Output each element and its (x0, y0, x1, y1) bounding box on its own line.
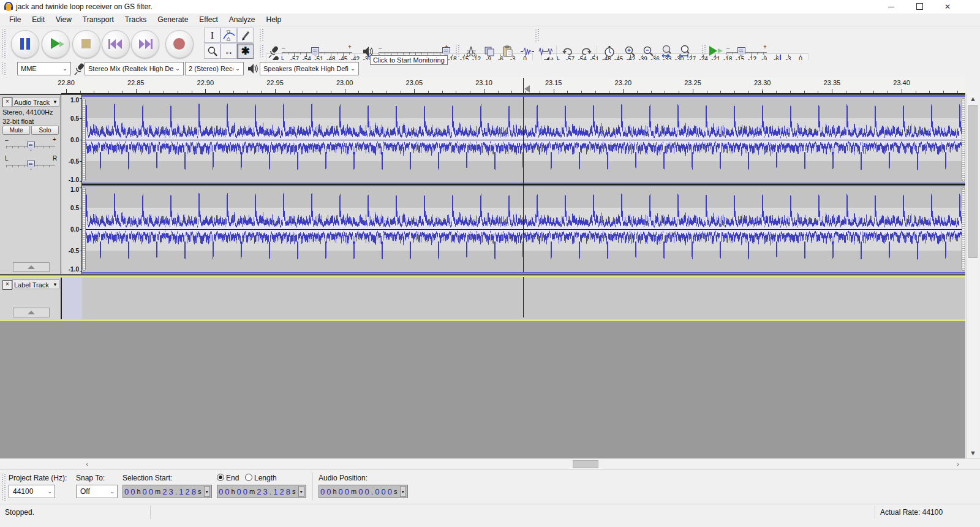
fit-project-button[interactable] (677, 44, 693, 59)
recording-device-select[interactable]: Stereo Mix (Realtek High Defi⌄ (85, 62, 184, 75)
menu-item-file[interactable]: File (4, 14, 26, 25)
menu-item-edit[interactable]: Edit (26, 14, 50, 25)
undo-button[interactable] (560, 44, 576, 59)
playback-meter-grabber[interactable] (535, 29, 540, 42)
play-button[interactable] (42, 30, 70, 58)
recording-channels-select[interactable]: 2 (Stereo) Recor⌄ (185, 62, 244, 75)
silence-audio-button[interactable] (538, 44, 554, 59)
audio-host-select[interactable]: MME⌄ (17, 62, 71, 75)
end-radio[interactable] (217, 474, 224, 481)
scroll-up-arrow-icon[interactable]: ▲︎ (967, 95, 979, 102)
vertical-scroll-thumb[interactable] (968, 105, 978, 258)
pause-button[interactable] (11, 30, 39, 58)
trim-audio-button[interactable] (519, 44, 535, 59)
time-shift-tool-button[interactable]: ↔ (221, 44, 237, 59)
transcription-toolbar-grabber[interactable] (702, 45, 706, 58)
menu-item-help[interactable]: Help (261, 14, 287, 25)
amplitude-label: 1.0 (70, 97, 79, 104)
skip-to-start-button[interactable] (102, 30, 130, 58)
gain-slider-thumb[interactable] (27, 142, 35, 151)
zoom-out-button[interactable] (641, 44, 657, 59)
zoom-tool-button[interactable] (204, 44, 221, 59)
quick-play-marker-icon[interactable] (524, 85, 530, 93)
selection-tool-button[interactable]: I (204, 28, 221, 43)
pan-slider-thumb[interactable] (27, 161, 35, 170)
playback-device-select[interactable]: Speakers (Realtek High Defin⌄ (260, 62, 359, 75)
clip-left-handle[interactable] (82, 188, 86, 271)
clip-left-handle[interactable] (82, 98, 86, 181)
selection-end-field[interactable]: 00h 00m 23.128s ▼ (217, 485, 306, 498)
redo-button[interactable] (578, 44, 594, 59)
speed-slider-plus: + (763, 44, 767, 50)
end-radio-label[interactable]: End (226, 474, 239, 482)
label-track-title-menu[interactable]: Label Track▼ (12, 279, 59, 289)
mixer-toolbar-grabber[interactable] (260, 45, 264, 58)
device-toolbar-grabber[interactable] (2, 63, 6, 75)
minimize-button[interactable] (877, 0, 905, 13)
draw-tool-button[interactable] (237, 28, 254, 43)
menu-item-tracks[interactable]: Tracks (119, 14, 153, 25)
audio-track-vertical-ruler[interactable]: 1.00.50.0-0.5-1.01.00.50.0-0.5-1.0 (61, 95, 82, 274)
mute-button[interactable]: Mute (2, 126, 30, 135)
device-speaker-icon (247, 63, 258, 74)
project-rate-select[interactable]: 44100 ⌄ (9, 485, 55, 498)
label-track-close-button[interactable]: × (2, 280, 12, 290)
audio-track-bitdepth: 32-bit float (2, 118, 34, 125)
horizontal-scrollbar[interactable]: ‹ › (0, 458, 980, 469)
timefield-dropdown-icon[interactable]: ▼ (298, 486, 305, 497)
close-button[interactable]: ✕ (933, 0, 962, 13)
multi-tool-button[interactable]: ✱ (237, 44, 254, 59)
fit-selection-button[interactable] (659, 44, 675, 59)
stop-button[interactable] (72, 30, 100, 58)
timefield-dropdown-icon[interactable]: ▼ (204, 486, 211, 497)
horizontal-scroll-thumb[interactable] (573, 460, 598, 468)
transport-toolbar-grabber[interactable] (2, 29, 6, 58)
clip-right-handle[interactable] (962, 98, 965, 181)
zoom-in-button[interactable] (622, 44, 638, 59)
vertical-scrollbar[interactable]: ▲︎ ▼︎ (967, 94, 979, 458)
clip-right-handle[interactable] (962, 188, 965, 271)
copy-button[interactable] (481, 44, 497, 59)
timefield-dropdown-icon[interactable]: ▼ (400, 486, 407, 497)
selection-toolbar-grabber[interactable] (2, 474, 6, 501)
menu-item-view[interactable]: View (50, 14, 77, 25)
paste-button[interactable] (500, 44, 516, 59)
length-radio-label[interactable]: Length (254, 474, 277, 482)
menu-item-generate[interactable]: Generate (152, 14, 194, 25)
skip-to-end-button[interactable] (131, 30, 159, 58)
audio-track-collapse-button[interactable] (13, 262, 50, 272)
monitoring-tooltip[interactable]: Click to Start Monitoring (370, 55, 448, 65)
scroll-down-arrow-icon[interactable]: ▼︎ (967, 449, 979, 457)
envelope-tool-button[interactable] (221, 28, 237, 43)
skip-to-start-icon (108, 39, 124, 49)
recording-meter-grabber[interactable] (260, 29, 264, 42)
menu-item-effect[interactable]: Effect (194, 14, 223, 25)
audio-track-title-menu[interactable]: Audio Track▼ (12, 97, 59, 107)
label-track-content[interactable] (82, 278, 965, 319)
cut-button[interactable] (463, 44, 479, 59)
label-track-collapse-button[interactable] (13, 308, 50, 317)
amplitude-label: 0.0 (70, 137, 79, 143)
audio-track-close-button[interactable]: × (2, 97, 12, 107)
edit-toolbar-grabber[interactable] (456, 45, 460, 58)
scroll-right-arrow-icon[interactable]: › (953, 460, 963, 468)
record-button[interactable] (165, 30, 194, 58)
label-track-panel[interactable]: × Label Track▼ (0, 278, 61, 319)
length-radio[interactable] (245, 474, 252, 481)
audio-position-field[interactable]: 00h 00m 00.000s ▼ (318, 485, 408, 498)
audio-track-panel[interactable]: × Audio Track▼ Stereo, 44100Hz 32-bit fl… (0, 95, 61, 274)
play-at-speed-button[interactable] (709, 46, 717, 56)
record-icon (173, 38, 185, 50)
scroll-left-arrow-icon[interactable]: ‹ (82, 460, 92, 468)
menu-item-transport[interactable]: Transport (77, 14, 119, 25)
waveform-right-channel[interactable] (82, 186, 965, 272)
snap-to-select[interactable]: Off ⌄ (76, 485, 118, 498)
label-track[interactable]: × Label Track▼ (0, 276, 965, 321)
timeline-ruler[interactable]: 22.8022.8522.9022.9523.0023.0523.1023.15… (61, 77, 965, 94)
selection-start-field[interactable]: 00h 00m 23.128s ▼ (123, 485, 212, 498)
solo-button[interactable]: Solo (31, 126, 59, 135)
sync-lock-button[interactable] (601, 44, 617, 59)
maximize-button[interactable] (905, 0, 933, 13)
menu-item-analyze[interactable]: Analyze (224, 14, 261, 25)
waveform-left-channel[interactable] (82, 97, 965, 183)
